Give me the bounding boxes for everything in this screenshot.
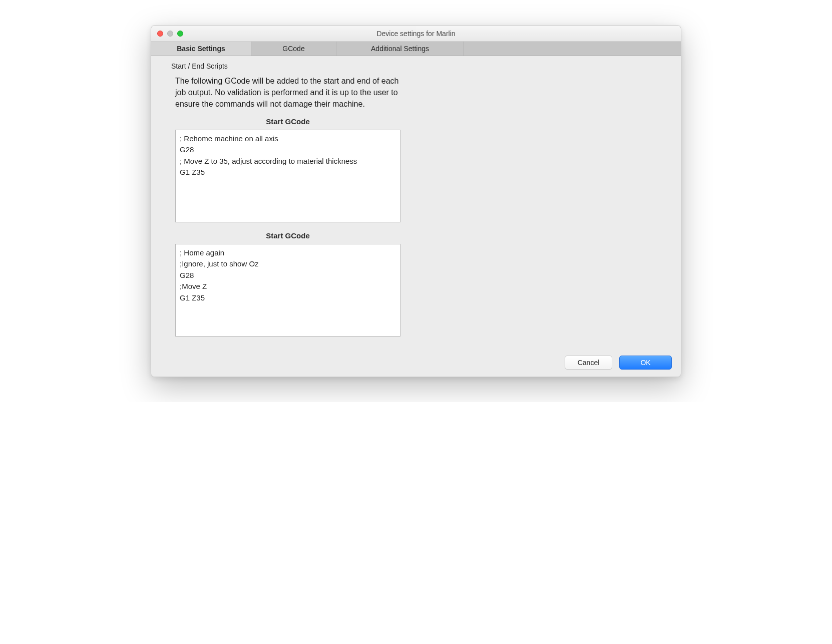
end-gcode-input[interactable]	[175, 244, 400, 337]
start-gcode-block: Start GCode	[175, 117, 400, 224]
end-gcode-block: Start GCode	[175, 231, 400, 339]
tab-gcode[interactable]: GCode	[251, 42, 336, 56]
titlebar: Device settings for Marlin	[151, 26, 681, 42]
close-icon[interactable]	[157, 31, 163, 37]
start-gcode-label: Start GCode	[175, 117, 400, 126]
tab-filler	[464, 42, 681, 56]
ok-button[interactable]: OK	[619, 356, 672, 370]
dialog-footer: Cancel OK	[565, 356, 672, 370]
tab-basic-settings[interactable]: Basic Settings	[151, 42, 251, 56]
window-title: Device settings for Marlin	[151, 30, 681, 38]
cancel-button[interactable]: Cancel	[565, 356, 612, 370]
window-controls	[151, 31, 183, 37]
zoom-icon[interactable]	[177, 31, 183, 37]
dialog-window: Device settings for Marlin Basic Setting…	[151, 25, 681, 377]
content-area: Start / End Scripts The following GCode …	[151, 56, 681, 377]
section-label: Start / End Scripts	[171, 60, 661, 75]
end-gcode-label: Start GCode	[175, 231, 400, 240]
tab-additional-settings[interactable]: Additional Settings	[336, 42, 464, 56]
section-description: The following GCode will be added to the…	[175, 75, 405, 110]
tab-bar: Basic Settings GCode Additional Settings	[151, 42, 681, 56]
minimize-icon	[167, 31, 173, 37]
start-gcode-input[interactable]	[175, 130, 400, 222]
